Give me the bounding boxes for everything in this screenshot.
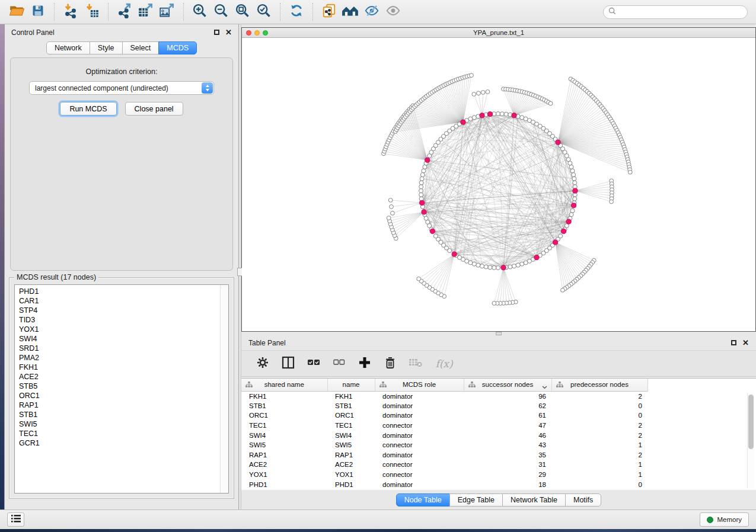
table-row[interactable]: RAP1RAP1dominator352 (241, 450, 647, 460)
table-cell[interactable]: 62 (464, 401, 551, 411)
table-cell[interactable]: 61 (464, 411, 551, 421)
graph-leaf-node[interactable] (610, 200, 614, 204)
mcds-result-item[interactable]: ACE2 (19, 372, 220, 382)
graph-node[interactable] (420, 172, 425, 177)
graph-node[interactable] (480, 264, 484, 268)
graph-mcds-node[interactable] (480, 113, 484, 118)
graph-node[interactable] (569, 165, 573, 169)
close-panel-icon[interactable]: ✕ (742, 339, 749, 347)
tab-motifs[interactable]: Motifs (565, 493, 601, 507)
table-cell[interactable]: dominator (375, 401, 464, 411)
graph-mcds-node[interactable] (461, 120, 465, 124)
table-cell[interactable]: dominator (375, 391, 464, 401)
table-settings-button[interactable] (256, 357, 270, 371)
graph-mcds-node[interactable] (487, 112, 492, 117)
graph-node[interactable] (572, 177, 576, 181)
run-mcds-button[interactable]: Run MCDS (60, 102, 116, 116)
graph-node[interactable] (572, 172, 576, 177)
select-all-button[interactable] (307, 357, 321, 371)
deselect-all-button[interactable] (332, 357, 346, 371)
graph-leaf-node[interactable] (628, 170, 632, 174)
table-cell[interactable]: 43 (464, 440, 551, 450)
table-cell[interactable]: dominator (375, 479, 464, 489)
table-cell[interactable]: SWI5 (327, 440, 375, 450)
zoom-selected-button[interactable] (254, 2, 273, 21)
table-cell[interactable]: SWI4 (327, 430, 375, 440)
graph-mcds-node[interactable] (573, 188, 578, 193)
graph-leaf-node[interactable] (472, 92, 476, 97)
table-cell[interactable]: TEC1 (327, 421, 375, 431)
tab-node-table[interactable]: Node Table (396, 493, 450, 507)
graph-node[interactable] (570, 169, 575, 173)
table-cell[interactable]: YOX1 (241, 470, 327, 480)
export-image-button[interactable] (158, 2, 177, 21)
mcds-result-item[interactable]: STB1 (19, 410, 220, 419)
mcds-result-item[interactable]: PMA2 (19, 353, 220, 363)
table-row[interactable]: ACE2ACE2connector311 (241, 460, 647, 470)
graph-leaf-node[interactable] (470, 73, 474, 78)
close-panel-icon[interactable]: ✕ (225, 28, 232, 36)
graph-node[interactable] (422, 169, 426, 173)
mcds-result-item[interactable]: YOX1 (19, 325, 220, 334)
table-row[interactable]: ORC1ORC1dominator610 (241, 411, 647, 421)
graph-node[interactable] (496, 266, 500, 270)
graph-node[interactable] (496, 112, 500, 116)
tab-select[interactable]: Select (122, 41, 160, 55)
mcds-result-item[interactable]: CAR1 (19, 296, 220, 306)
table-row[interactable]: PHD1PHD1dominator180 (241, 479, 647, 489)
table-cell[interactable]: connector (375, 470, 464, 480)
graph-node[interactable] (472, 116, 476, 120)
table-cell[interactable]: dominator (375, 411, 464, 421)
table-cell[interactable]: 46 (464, 430, 551, 440)
network-graph[interactable] (242, 38, 755, 331)
graph-node[interactable] (419, 181, 423, 185)
import-network-button[interactable] (61, 2, 80, 21)
memory-button[interactable]: Memory (700, 512, 749, 527)
table-cell[interactable]: SWI4 (241, 430, 327, 440)
table-cell[interactable]: dominator (375, 450, 464, 460)
table-cell[interactable]: STB1 (327, 401, 375, 411)
tab-edge-table[interactable]: Edge Table (449, 493, 503, 507)
mcds-result-item[interactable]: RAP1 (19, 400, 220, 410)
table-cell[interactable]: 35 (464, 450, 551, 460)
graph-leaf-node[interactable] (481, 91, 485, 95)
column-header-predecessor-nodes[interactable]: predecessor nodes (551, 379, 647, 391)
tab-style[interactable]: Style (90, 41, 123, 55)
graph-node[interactable] (570, 209, 575, 213)
graph-node[interactable] (488, 265, 492, 270)
graph-node[interactable] (492, 265, 496, 270)
graph-mcds-node[interactable] (562, 229, 566, 233)
table-cell[interactable]: TEC1 (241, 421, 327, 431)
scrollbar-thumb[interactable] (748, 395, 754, 449)
mcds-result-item[interactable]: GCR1 (19, 438, 220, 448)
column-header-shared-name[interactable]: shared name (241, 379, 327, 391)
save-session-button[interactable] (28, 2, 47, 21)
optimization-select[interactable]: largest connected component (undirected) (29, 81, 214, 95)
show-columns-button[interactable] (281, 357, 295, 371)
mcds-result-item[interactable]: PHD1 (19, 287, 220, 296)
table-row[interactable]: FKH1FKH1dominator962 (241, 391, 647, 401)
column-header-MCDS-role[interactable]: MCDS role (375, 379, 464, 391)
table-cell[interactable]: RAP1 (327, 450, 375, 460)
show-all-button[interactable] (384, 2, 403, 21)
list-scrollbar[interactable] (220, 285, 228, 493)
minimize-window-icon[interactable] (254, 30, 260, 36)
table-cell[interactable]: connector (375, 421, 464, 431)
graph-node[interactable] (573, 181, 577, 185)
graph-mcds-node[interactable] (422, 210, 426, 214)
table-cell[interactable]: connector (375, 440, 464, 450)
table-cell[interactable]: 2 (551, 391, 647, 401)
table-cell[interactable]: 2 (551, 450, 647, 460)
table-cell[interactable]: 31 (464, 460, 551, 470)
graph-mcds-node[interactable] (420, 200, 425, 205)
table-cell[interactable]: 29 (464, 470, 551, 480)
table-cell[interactable]: 2 (551, 421, 647, 431)
graph-node[interactable] (520, 262, 524, 266)
mcds-result-item[interactable]: STB5 (19, 382, 220, 391)
graph-leaf-node[interactable] (492, 301, 496, 305)
graph-node[interactable] (419, 185, 423, 189)
graph-mcds-node[interactable] (425, 158, 430, 162)
search-input[interactable] (619, 8, 742, 16)
column-header-successor-nodes[interactable]: successor nodes (464, 379, 551, 391)
network-canvas[interactable] (242, 38, 755, 331)
